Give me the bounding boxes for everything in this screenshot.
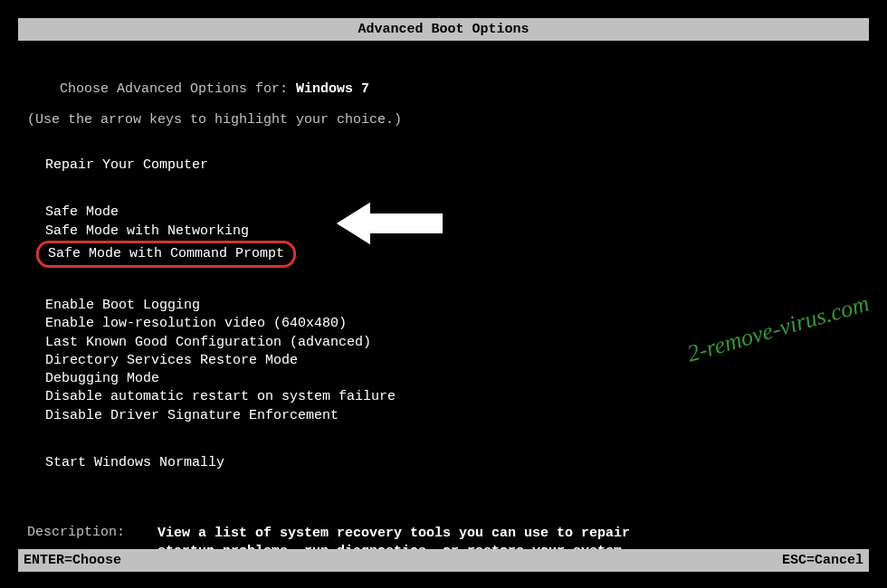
title-text: Advanced Boot Options [358, 22, 529, 37]
footer-esc: ESC=Cancel [782, 553, 863, 568]
menu-safe-mode-command-prompt[interactable]: Safe Mode with Command Prompt [45, 241, 305, 268]
arrow-annotation-icon [328, 197, 454, 254]
highlight-annotation: Safe Mode with Command Prompt [36, 241, 296, 268]
content-area: Choose Advanced Options for: Windows 7 (… [0, 41, 887, 562]
menu-boot-logging[interactable]: Enable Boot Logging [45, 297, 860, 315]
footer-bar: ENTER=Choose ESC=Cancel [18, 549, 869, 572]
intro-prefix: Choose Advanced Options for: [60, 81, 296, 97]
os-name: Windows 7 [296, 81, 369, 97]
menu-disable-driver-sig[interactable]: Disable Driver Signature Enforcement [45, 407, 860, 425]
menu-directory-services[interactable]: Directory Services Restore Mode [45, 352, 860, 370]
normal-group: Start Windows Normally [45, 454, 860, 472]
instruction-text: (Use the arrow keys to highlight your ch… [27, 112, 860, 128]
footer-enter: ENTER=Choose [24, 553, 121, 568]
menu-disable-auto-restart[interactable]: Disable automatic restart on system fail… [45, 388, 860, 406]
menu-low-resolution[interactable]: Enable low-resolution video (640x480) [45, 315, 860, 333]
menu-debugging-mode[interactable]: Debugging Mode [45, 370, 860, 388]
advanced-group: Enable Boot Logging Enable low-resolutio… [45, 297, 860, 425]
menu-start-normally[interactable]: Start Windows Normally [45, 454, 860, 472]
menu-repair-computer[interactable]: Repair Your Computer [45, 156, 860, 175]
intro-line: Choose Advanced Options for: Windows 7 [27, 66, 860, 112]
menu-last-known-good[interactable]: Last Known Good Configuration (advanced) [45, 334, 860, 352]
title-bar: Advanced Boot Options [18, 18, 869, 41]
